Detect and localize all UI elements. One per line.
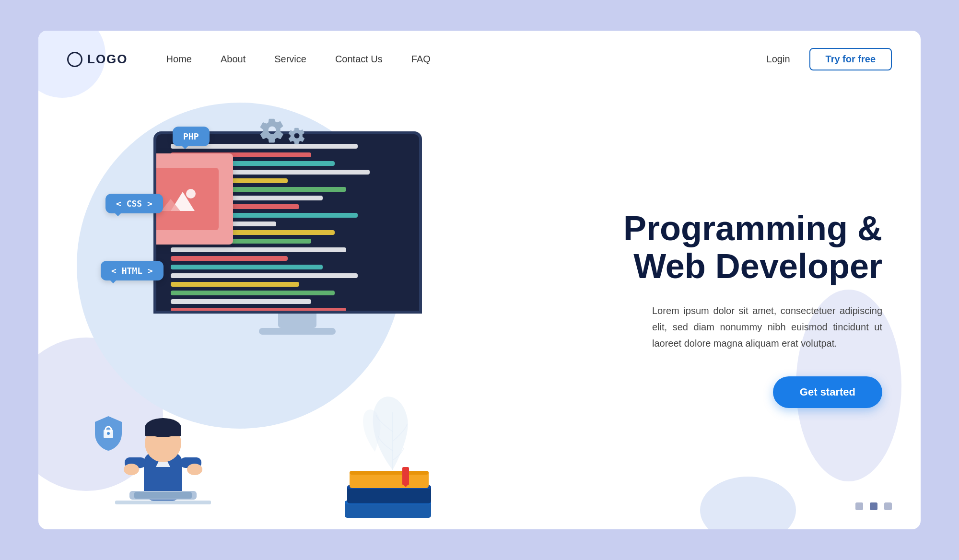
nav-faq[interactable]: FAQ	[411, 54, 431, 64]
hero-text-section: Programming & Web Developer Lorem ipsum …	[513, 88, 921, 529]
monitor-screen	[153, 131, 422, 314]
code-line	[171, 265, 323, 269]
login-link[interactable]: Login	[767, 54, 790, 65]
hero-description: Lorem ipsum dolor sit amet, consectetuer…	[652, 303, 882, 351]
code-line	[171, 282, 299, 287]
image-card	[153, 153, 233, 245]
try-for-free-button[interactable]: Try for free	[809, 48, 892, 70]
svg-point-15	[124, 464, 139, 475]
dot-3[interactable]	[884, 502, 892, 510]
code-line	[171, 273, 358, 278]
nav-right: Login Try for free	[767, 48, 892, 70]
hero-title-line2: Web Developer	[633, 247, 882, 285]
svg-point-16	[187, 464, 202, 475]
code-line	[171, 291, 335, 295]
dot-2[interactable]	[870, 502, 877, 510]
logo-text: LOGO	[87, 52, 128, 67]
code-line	[171, 247, 346, 252]
books-stack	[340, 457, 436, 520]
nav-service[interactable]: Service	[274, 54, 306, 64]
monitor-base	[259, 328, 336, 335]
monitor	[153, 131, 441, 335]
nav-links: Home About Service Contact Us FAQ	[166, 54, 767, 65]
svg-rect-25	[402, 467, 409, 485]
monitor-stand	[278, 314, 316, 328]
svg-point-6	[186, 189, 196, 198]
css-bubble: < CSS >	[105, 194, 163, 213]
svg-rect-12	[145, 428, 181, 436]
get-started-button[interactable]: Get started	[773, 376, 882, 408]
php-bubble: PHP	[173, 127, 210, 146]
dot-1[interactable]	[855, 502, 863, 510]
html-bubble: < HTML >	[101, 261, 164, 280]
code-line	[171, 256, 288, 261]
svg-rect-7	[115, 501, 211, 504]
logo-circle-icon	[67, 52, 82, 67]
developer-illustration	[115, 385, 211, 520]
svg-point-2	[107, 432, 110, 435]
image-card-inner	[153, 168, 219, 230]
hero-title-line1: Programming &	[623, 209, 882, 247]
svg-rect-24	[350, 471, 429, 475]
pagination-dots	[855, 502, 892, 510]
main-card: LOGO Home About Service Contact Us FAQ L…	[38, 31, 921, 529]
code-line	[171, 299, 311, 304]
nav-home[interactable]: Home	[166, 54, 192, 64]
svg-rect-18	[134, 492, 192, 499]
hero-illustration: PHP < CSS > < HTML >	[38, 88, 513, 529]
main-content: PHP < CSS > < HTML >	[38, 88, 921, 529]
nav-about[interactable]: About	[221, 54, 246, 64]
code-line	[171, 308, 346, 313]
logo: LOGO	[67, 52, 128, 67]
navbar: LOGO Home About Service Contact Us FAQ L…	[38, 31, 921, 88]
gear-icon	[259, 117, 306, 145]
hero-title: Programming & Web Developer	[532, 210, 882, 285]
nav-contact[interactable]: Contact Us	[335, 54, 383, 64]
